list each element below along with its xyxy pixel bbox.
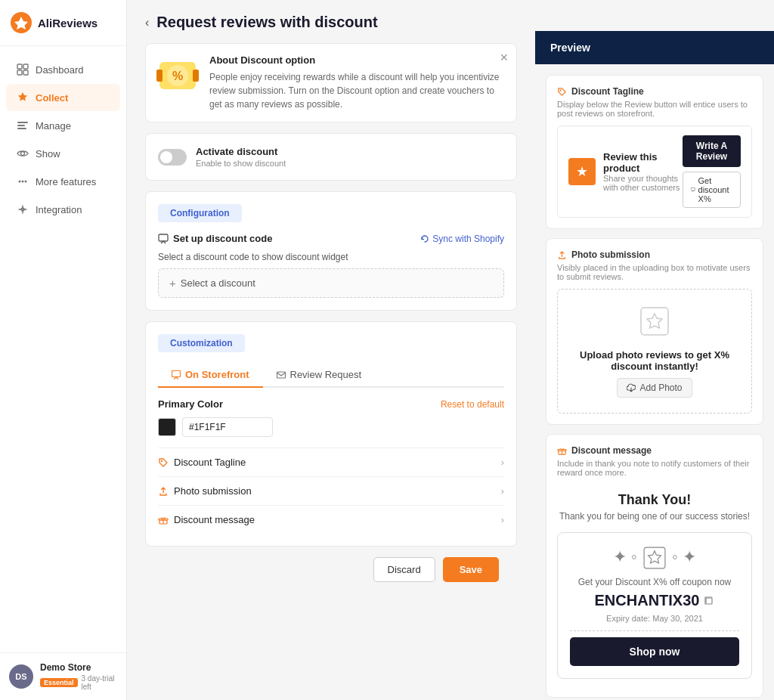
discard-button[interactable]: Discard [373,557,435,582]
svg-rect-2 [23,64,28,69]
svg-rect-1 [17,64,22,69]
monitor-icon [158,234,169,244]
preview-body: Discount Tagline Display below the Revie… [535,64,774,700]
color-input-row [158,417,504,437]
svg-point-8 [21,152,25,156]
select-discount-placeholder: Select a discount [181,277,255,289]
page-title: Request reviews with discount [156,14,377,31]
coupon-divider [570,630,739,631]
preview-header: Preview [535,31,774,64]
activate-label: Activate discount [196,146,286,157]
store-name: Demo Store [40,662,117,673]
chevron-right-icon-3: › [501,514,504,525]
svg-point-9 [19,181,21,183]
tag-icon [158,457,169,468]
page-header: ‹ Request reviews with discount [127,0,774,31]
coupon-code: ENCHANTIX30 [570,592,739,609]
shop-now-button[interactable]: Shop now [570,637,739,666]
color-input[interactable] [182,417,273,437]
get-discount-button[interactable]: Get discount X% [683,172,741,208]
write-review-button[interactable]: Write A Review [683,135,741,167]
preview-photo-submission-card: Photo submission Visibly placed in the u… [546,238,763,425]
reset-default-link[interactable]: Reset to default [441,399,504,410]
gift-icon [158,515,169,525]
monitor-tiny-icon [691,186,695,194]
star-upload-icon [573,305,736,343]
footer-badge-row: Essential 3 day-trial left [40,674,117,691]
sidebar-item-collect-label: Collect [36,92,68,104]
avatar: DS [9,664,33,689]
avatar-initials: DS [15,672,26,681]
copy-icon[interactable] [704,596,714,606]
coupon-expiry: Expiry date: May 30, 2021 [570,614,739,623]
preview-discount-msg-sub: Include in thank you note to notify cust… [557,459,752,477]
content-area: % About Discount option People enjoy rec… [127,31,774,700]
sync-shopify-link[interactable]: Sync with Shopify [420,234,504,244]
sidebar-nav: Dashboard Collect Manage Show [0,46,126,652]
coupon-box: ✦ ◦ ◦ ✦ Get your Discount X% off coupon … [557,532,752,679]
activate-toggle[interactable] [158,149,187,166]
chevron-right-icon: › [501,457,504,468]
svg-rect-7 [17,128,26,129]
config-title-row: Set up discount code Sync with Shopify [158,233,504,244]
svg-rect-3 [17,70,22,75]
preview-tagline-sub: Display below the Review button will ent… [557,100,752,118]
svg-rect-19 [172,370,181,376]
set-up-discount-title: Set up discount code [158,233,272,244]
integration-icon [17,203,29,215]
review-info: Review this product Share your thoughts … [603,151,683,192]
info-banner-title: About Discount option [209,54,506,66]
email-icon [277,370,286,379]
sidebar-footer: DS Demo Store Essential 3 day-trial left [0,652,126,700]
svg-rect-18 [159,234,168,241]
configuration-tab-label: Configuration [158,204,242,222]
sidebar-item-more-features[interactable]: More features [6,168,120,195]
discount-message-option[interactable]: Discount message › [158,505,504,534]
info-banner-content: About Discount option People enjoy recei… [209,54,506,111]
svg-rect-16 [156,70,163,82]
info-banner: % About Discount option People enjoy rec… [145,43,517,122]
right-panel: Preview Discount Tagline Display below t… [535,31,774,700]
tab-on-storefront[interactable]: On Storefront [158,363,263,388]
sidebar-item-integration[interactable]: Integration [6,196,120,223]
preview-discount-message-card: Discount message Include in thank you no… [546,434,763,698]
select-discount-dropdown[interactable]: + Select a discount [158,268,504,298]
svg-rect-17 [193,70,199,82]
preview-gift-icon [557,446,567,456]
photo-upload-box: Upload photo reviews to get X% discount … [557,289,752,413]
discount-tagline-option[interactable]: Discount Tagline › [158,448,504,476]
preview-upload-icon [557,250,567,260]
tab-review-request-label: Review Request [290,369,362,380]
svg-point-21 [161,460,163,461]
info-banner-body: People enjoy receiving rewards while a d… [209,70,506,111]
primary-color-label: Primary Color [158,398,223,410]
plus-icon: + [169,277,176,290]
discount-tagline-label: Discount Tagline [158,457,246,468]
close-icon[interactable]: ✕ [500,51,509,63]
manage-icon [17,119,29,132]
select-discount-label: Select a discount code to show discount … [158,252,504,262]
sidebar-item-show[interactable]: Show [6,140,120,167]
sidebar-item-manage[interactable]: Manage [6,112,120,139]
photo-submission-option[interactable]: Photo submission › [158,476,504,505]
activate-text: Activate discount Enable to show discoun… [196,146,286,168]
back-button[interactable]: ‹ [145,17,149,29]
cloud-upload-icon [627,383,636,392]
review-title: Review this product [603,151,683,174]
sidebar-item-dashboard[interactable]: Dashboard [6,56,120,83]
svg-rect-30 [706,598,712,604]
sidebar-item-collect[interactable]: Collect [6,84,120,111]
main-content: ‹ Request reviews with discount % [127,0,774,700]
svg-rect-20 [277,372,285,378]
svg-point-24 [560,89,562,91]
sidebar-item-manage-label: Manage [36,120,71,132]
tab-review-request[interactable]: Review Request [263,363,376,388]
save-button[interactable]: Save [443,557,499,582]
add-photo-button[interactable]: Add Photo [617,378,692,398]
discount-image: % [156,54,199,97]
alireviews-logo-icon [11,12,32,33]
star-icon: ★ [568,158,596,185]
color-swatch[interactable] [158,418,176,436]
show-icon [17,147,29,160]
preview-tag-icon [557,87,567,97]
